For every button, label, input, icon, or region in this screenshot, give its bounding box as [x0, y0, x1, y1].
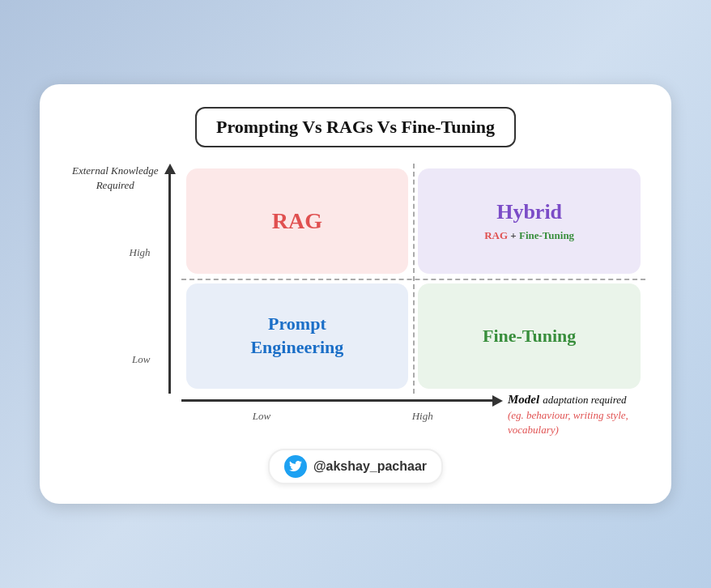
prompt-engineering-title: PromptEngineering	[250, 313, 343, 359]
quadrant-grid: RAG Hybrid RAG + Fine-Tuning	[181, 164, 645, 394]
hybrid-sub-ft: Fine-Tuning	[519, 229, 574, 241]
page-title: Prompting Vs RAGs Vs Fine-Tuning	[216, 117, 495, 137]
x-low-label: Low	[181, 410, 343, 423]
hybrid-sub-rag: RAG	[484, 229, 508, 241]
twitter-badge: @akshay_pachaar	[268, 449, 443, 484]
y-high-label: High	[130, 246, 151, 259]
x-axis-detail: (eg. behaviour, writing style, vocabular…	[508, 408, 645, 437]
twitter-icon	[284, 455, 307, 478]
x-high-label: High	[342, 410, 503, 423]
hybrid-title: Hybrid	[496, 200, 562, 224]
main-card: Prompting Vs RAGs Vs Fine-Tuning Externa…	[40, 84, 671, 504]
hybrid-sub-plus: +	[508, 229, 519, 241]
y-axis-label-line1: External Knowledge	[72, 164, 159, 177]
quadrant-rag: RAG	[186, 168, 409, 274]
x-axis-subtitle: adaptation required	[543, 394, 626, 406]
y-arrow-up	[164, 164, 176, 174]
quadrant-fine-tuning: Fine-Tuning	[418, 283, 641, 389]
quadrant-hybrid: Hybrid RAG + Fine-Tuning	[418, 168, 641, 274]
x-axis-title-model: Model	[508, 393, 539, 406]
fine-tuning-title: Fine-Tuning	[483, 326, 576, 347]
y-low-label: Low	[132, 353, 150, 366]
quadrant-prompt-engineering: PromptEngineering	[186, 283, 409, 389]
footer: @akshay_pachaar	[66, 449, 645, 484]
x-arrow-right	[492, 395, 503, 407]
y-axis-label-line2: Required	[96, 179, 134, 191]
twitter-handle: @akshay_pachaar	[313, 459, 427, 474]
rag-title: RAG	[272, 208, 322, 234]
title-box: Prompting Vs RAGs Vs Fine-Tuning	[195, 107, 516, 147]
